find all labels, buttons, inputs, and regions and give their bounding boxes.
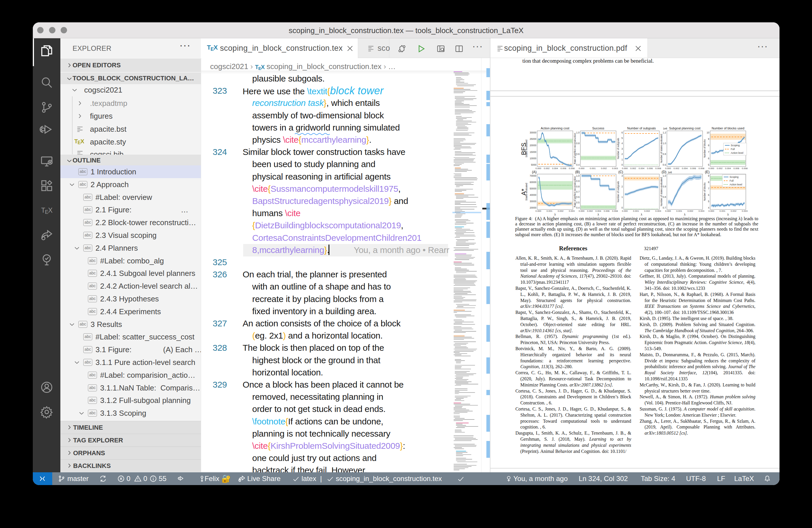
svg-text:States evaluated: States evaluated — [525, 140, 528, 157]
svg-text:0.006: 0.006 — [733, 167, 739, 170]
svg-text:Subgoal planning cost: Subgoal planning cost — [669, 127, 700, 130]
svg-text:0.006: 0.006 — [647, 167, 653, 170]
svg-text:Number of subgoals: Number of subgoals — [617, 138, 620, 159]
svg-text:0.001: 0.001 — [590, 167, 596, 170]
svg-text:0.004: 0.004 — [725, 167, 731, 170]
svg-text:0.008: 0.008 — [612, 210, 618, 212]
svg-text:0.000: 0.000 — [622, 210, 628, 212]
svg-text:50000: 50000 — [530, 187, 536, 190]
svg-text:20000: 20000 — [530, 207, 536, 209]
svg-text:6: 6 — [621, 131, 623, 134]
svg-text:0.000: 0.000 — [579, 210, 585, 212]
svg-text:0.6: 0.6 — [663, 164, 666, 166]
svg-text:15000: 15000 — [530, 151, 536, 153]
svg-text:0.008: 0.008 — [569, 167, 575, 170]
svg-text:10: 10 — [707, 131, 710, 134]
svg-text:20000: 20000 — [530, 144, 536, 147]
svg-text:1e6: 1e6 — [668, 171, 672, 174]
svg-text:60000: 60000 — [530, 181, 536, 184]
svg-text:(E): (E) — [705, 170, 710, 174]
svg-text:5: 5 — [708, 200, 709, 203]
svg-text:0.004: 0.004 — [595, 210, 601, 212]
svg-text:0.000: 0.000 — [622, 167, 628, 170]
svg-text:0.4: 0.4 — [576, 207, 580, 209]
svg-text:0.003: 0.003 — [569, 210, 575, 212]
svg-text:0.002: 0.002 — [587, 210, 593, 212]
svg-text:Number of states evaluated: Number of states evaluated — [660, 134, 663, 163]
svg-text:0.002: 0.002 — [558, 210, 564, 212]
svg-text:0.006: 0.006 — [561, 167, 566, 170]
svg-text:1.0: 1.0 — [576, 175, 580, 177]
svg-text:9: 9 — [708, 175, 709, 177]
svg-text:3: 3 — [621, 148, 623, 150]
svg-text:1.0: 1.0 — [663, 142, 666, 145]
svg-text:25000: 25000 — [530, 138, 536, 141]
svg-text:0: 0 — [621, 207, 623, 209]
svg-text:6: 6 — [708, 157, 709, 160]
svg-text:(A): (A) — [532, 170, 537, 174]
svg-text:Number of blocks: Number of blocks — [704, 139, 706, 158]
svg-text:0.008: 0.008 — [698, 167, 705, 170]
svg-text:Number of subgoals: Number of subgoals — [627, 127, 656, 130]
svg-text:0.003: 0.003 — [742, 210, 748, 212]
svg-text:0.8: 0.8 — [576, 142, 580, 145]
svg-text:9: 9 — [708, 138, 709, 141]
svg-text:70000: 70000 — [530, 175, 536, 177]
svg-text:5: 5 — [708, 164, 709, 166]
svg-text:1.2: 1.2 — [663, 131, 666, 134]
svg-text:0.000: 0.000 — [535, 167, 541, 170]
svg-text:States evaluated: States evaluated — [525, 183, 528, 201]
svg-text:0.6: 0.6 — [576, 153, 580, 156]
svg-text:0.001: 0.001 — [676, 210, 682, 212]
svg-text:6: 6 — [708, 194, 709, 196]
svg-text:Number of states evaluated: Number of states evaluated — [660, 177, 663, 206]
svg-text:0.9: 0.9 — [576, 180, 580, 182]
svg-text:0.001: 0.001 — [633, 210, 639, 212]
svg-text:Scoping: Scoping — [731, 144, 740, 147]
svg-text:0.000: 0.000 — [708, 210, 714, 212]
svg-text:Full: Full — [731, 148, 735, 150]
svg-text:0.002: 0.002 — [601, 167, 607, 170]
svg-text:0.006: 0.006 — [604, 210, 610, 212]
svg-text:Number of blocks used: Number of blocks used — [712, 127, 744, 130]
svg-text:0.000: 0.000 — [708, 167, 714, 170]
svg-text:4: 4 — [708, 207, 709, 209]
svg-text:0.001: 0.001 — [720, 210, 726, 212]
svg-text:0.002: 0.002 — [644, 210, 650, 212]
svg-text:4: 4 — [621, 142, 623, 145]
svg-text:1e6: 1e6 — [663, 127, 667, 130]
svg-text:0.003: 0.003 — [612, 167, 618, 170]
svg-text:5000: 5000 — [531, 164, 537, 166]
svg-text:2: 2 — [621, 186, 623, 188]
svg-text:0.7: 0.7 — [576, 191, 580, 193]
svg-text:Number of subgoals: Number of subgoals — [617, 181, 620, 202]
svg-text:7: 7 — [708, 151, 709, 153]
svg-text:Success: Success — [592, 127, 605, 130]
svg-text:10000: 10000 — [530, 157, 536, 160]
svg-text:(C): (C) — [619, 170, 623, 174]
svg-text:0.004: 0.004 — [682, 167, 688, 170]
svg-text:5: 5 — [621, 137, 623, 140]
svg-text:0.008: 0.008 — [742, 167, 748, 170]
svg-text:0: 0 — [621, 164, 623, 166]
svg-text:0.004: 0.004 — [638, 167, 644, 170]
svg-text:0.002: 0.002 — [717, 167, 723, 170]
svg-text:3: 3 — [621, 175, 623, 177]
svg-text:Scoping: Scoping — [729, 176, 739, 178]
svg-text:1: 1 — [621, 196, 623, 199]
svg-text:(B): (B) — [575, 170, 580, 174]
svg-text:0.003: 0.003 — [655, 210, 662, 212]
svg-text:Number of blocks: Number of blocks — [704, 182, 706, 201]
svg-text:0.000: 0.000 — [579, 167, 585, 170]
svg-text:0.8: 0.8 — [663, 196, 666, 199]
svg-text:Rate of perfect reconstruction: Rate of perfect reconstruction — [574, 133, 576, 164]
svg-text:0.9: 0.9 — [663, 186, 666, 188]
svg-text:40000: 40000 — [530, 194, 536, 196]
svg-text:30000: 30000 — [530, 131, 536, 134]
svg-text:0.001: 0.001 — [547, 210, 553, 212]
svg-text:7: 7 — [708, 187, 709, 190]
svg-text:0.002: 0.002 — [544, 167, 550, 170]
svg-text:0.002: 0.002 — [673, 167, 680, 170]
svg-text:1.0: 1.0 — [576, 131, 580, 134]
svg-text:30000: 30000 — [530, 200, 536, 203]
